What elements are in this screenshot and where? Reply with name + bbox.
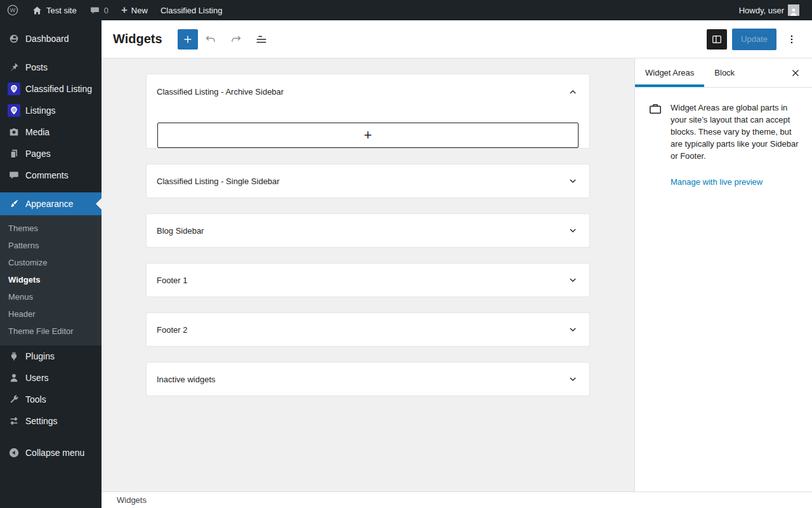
widget-area-panel-archive-sidebar: Classified Listing - Archive Sidebar + — [147, 74, 589, 148]
block-inserter-toggle-button[interactable] — [178, 29, 198, 50]
widget-area-header[interactable]: Blog Sidebar — [147, 214, 589, 247]
comments-shortcut[interactable]: 0 — [83, 0, 115, 20]
sidebar-item-classified-listing[interactable]: @ Classified Listing — [0, 78, 102, 100]
tab-widget-areas[interactable]: Widget Areas — [635, 58, 704, 87]
site-name-link[interactable]: Test site — [25, 0, 83, 20]
appearance-brush-icon — [8, 197, 20, 210]
new-label: New — [131, 6, 148, 15]
widget-area-header[interactable]: Footer 1 — [147, 264, 589, 297]
submenu-item-themes[interactable]: Themes — [0, 220, 102, 237]
page-title: Widgets — [113, 32, 162, 46]
comments-bubble-icon — [89, 5, 100, 16]
list-view-button[interactable] — [249, 27, 274, 52]
sidebar-item-users[interactable]: Users — [0, 367, 102, 389]
submenu-item-menus[interactable]: Menus — [0, 288, 102, 305]
widget-area-title: Blog Sidebar — [157, 226, 204, 236]
classified-listing-toolbar-link[interactable]: Classified Listing — [154, 0, 229, 20]
widget-area-title: Footer 1 — [157, 276, 187, 285]
sidebar-item-plugins[interactable]: Plugins — [0, 345, 102, 367]
widget-area-title: Inactive widgets — [157, 375, 216, 384]
submenu-item-header[interactable]: Header — [0, 305, 102, 323]
sidebar-item-comments[interactable]: Comments — [0, 164, 102, 186]
widget-area-title: Classified Listing - Archive Sidebar — [157, 87, 284, 97]
svg-text:@: @ — [12, 86, 16, 91]
plugins-icon — [8, 350, 20, 363]
sidebar-item-label: Classified Listing — [25, 84, 92, 94]
redo-button[interactable] — [223, 27, 249, 52]
widget-area-header[interactable]: Classified Listing - Archive Sidebar — [147, 74, 589, 109]
manage-with-live-preview-link[interactable]: Manage with live preview — [671, 177, 763, 187]
plus-icon: + — [121, 4, 128, 15]
sidebar-item-label: Listings — [25, 105, 55, 116]
chevron-down-icon — [565, 173, 580, 189]
account-menu[interactable]: Howdy, user — [733, 0, 806, 20]
submenu-item-widgets[interactable]: Widgets — [0, 271, 102, 288]
svg-text:W: W — [10, 7, 16, 13]
new-content-menu[interactable]: + New — [115, 0, 154, 20]
sidebar-item-label: Settings — [25, 416, 58, 426]
submenu-item-theme-file-editor[interactable]: Theme File Editor — [0, 323, 102, 340]
widgets-editor: Widgets Update Classified Li — [102, 20, 812, 508]
widget-area-panel-single-sidebar: Classified Listing - Single Sidebar — [147, 164, 589, 197]
sidebar-item-pages[interactable]: Pages — [0, 143, 102, 164]
wordpress-logo-icon: W — [6, 4, 19, 17]
widget-area-panel-footer-1: Footer 1 — [147, 264, 589, 297]
inspector-tabs: Widget Areas Block — [635, 58, 812, 88]
add-block-appender[interactable]: + — [157, 123, 579, 148]
breadcrumb[interactable]: Widgets — [117, 495, 147, 505]
site-name-label: Test site — [46, 6, 77, 15]
inspector-sidebar: Widget Areas Block Widget Areas are glob… — [634, 58, 812, 491]
sidebar-item-appearance[interactable]: Appearance — [0, 192, 102, 215]
editor-header: Widgets Update — [102, 20, 812, 58]
widget-areas-icon — [648, 102, 663, 162]
widget-area-title: Classified Listing - Single Sidebar — [157, 177, 280, 186]
editor-canvas: Classified Listing - Archive Sidebar + C… — [102, 58, 634, 491]
sidebar-item-posts[interactable]: Posts — [0, 57, 102, 78]
undo-button[interactable] — [198, 27, 223, 52]
wordpress-logo-menu[interactable]: W — [0, 0, 25, 20]
sidebar-item-label: Dashboard — [25, 34, 69, 44]
chevron-up-icon — [565, 84, 580, 100]
svg-text:@: @ — [12, 107, 16, 112]
collapse-arrow-icon — [8, 446, 20, 459]
sidebar-item-label: Tools — [25, 394, 46, 404]
sidebar-item-label: Comments — [25, 170, 69, 180]
sidebar-item-media[interactable]: Media — [0, 121, 102, 143]
dashboard-icon — [8, 32, 20, 45]
tab-block[interactable]: Block — [704, 58, 745, 87]
sidebar-item-settings[interactable]: Settings — [0, 410, 102, 432]
chevron-down-icon — [565, 223, 580, 238]
widget-area-title: Footer 2 — [157, 325, 187, 335]
widget-area-panel-inactive-widgets: Inactive widgets — [147, 363, 589, 396]
pages-icon — [8, 147, 20, 160]
classified-listing-toolbar-label: Classified Listing — [160, 6, 223, 15]
classified-listing-icon: @ — [8, 83, 20, 95]
submenu-item-patterns[interactable]: Patterns — [0, 237, 102, 254]
widget-area-header[interactable]: Classified Listing - Single Sidebar — [147, 164, 589, 197]
update-button[interactable]: Update — [732, 29, 776, 50]
comments-count: 0 — [104, 6, 108, 15]
sidebar-item-listings[interactable]: @ Listings — [0, 100, 102, 121]
submenu-item-customize[interactable]: Customize — [0, 254, 102, 271]
editor-main: Classified Listing - Archive Sidebar + C… — [102, 58, 812, 491]
widget-areas-description: Widget Areas are global parts in your si… — [671, 102, 799, 162]
collapse-menu-button[interactable]: Collapse menu — [0, 442, 102, 464]
sidebar-item-label: Plugins — [25, 351, 55, 361]
close-sidebar-button[interactable] — [784, 58, 807, 87]
sidebar-item-label: Users — [25, 373, 49, 383]
appearance-submenu: Themes Patterns Customize Widgets Menus … — [0, 215, 102, 345]
sidebar-item-label: Media — [25, 127, 49, 137]
comments-icon — [8, 169, 20, 182]
howdy-label: Howdy, user — [739, 6, 784, 15]
options-kebab-button[interactable] — [782, 27, 802, 52]
avatar — [788, 4, 799, 16]
chevron-down-icon — [565, 322, 580, 337]
widget-area-header[interactable]: Inactive widgets — [147, 363, 589, 396]
sidebar-item-label: Appearance — [25, 199, 74, 209]
widget-area-header[interactable]: Footer 2 — [147, 313, 589, 346]
settings-sidebar-toggle-button[interactable] — [707, 29, 727, 50]
breadcrumb-bar: Widgets — [102, 491, 812, 508]
sidebar-item-dashboard[interactable]: Dashboard — [0, 28, 102, 50]
sidebar-item-tools[interactable]: Tools — [0, 389, 102, 410]
current-menu-arrow — [96, 198, 102, 210]
